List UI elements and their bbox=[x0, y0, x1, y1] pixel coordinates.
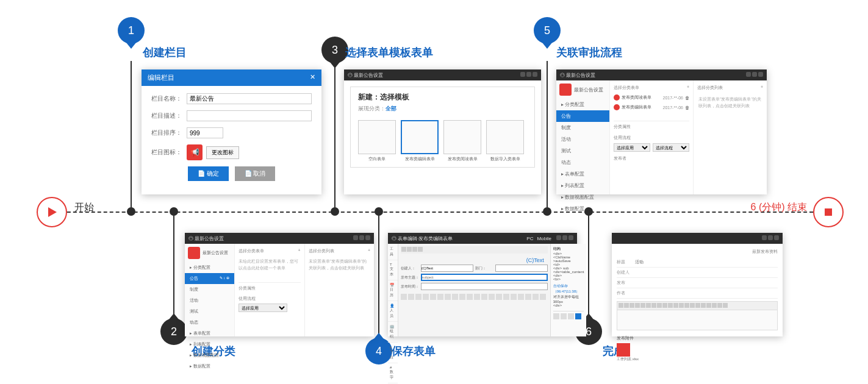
sidebar-item[interactable]: 活动 bbox=[556, 133, 609, 145]
window-controls-icon[interactable] bbox=[555, 235, 573, 241]
form-row[interactable]: 发布类阅读表单2017-**-06🗑 bbox=[614, 93, 689, 102]
tool-icon[interactable] bbox=[575, 313, 581, 319]
panel-associate-workflow: ◎ 最新公告设置 最新公告设置 ▸ 分类配置 公告 制度 活动 测试 动态 ▸ … bbox=[556, 69, 767, 194]
template-option[interactable]: 空白表单 bbox=[358, 120, 396, 162]
template-label: 发布类编辑表单 bbox=[401, 156, 439, 162]
tool-icon[interactable] bbox=[561, 313, 567, 319]
tool-icon[interactable] bbox=[553, 313, 559, 319]
tab-mobile[interactable]: Mobile bbox=[537, 236, 551, 241]
creator-input[interactable] bbox=[421, 265, 473, 272]
column-heading: 选择分类列表 bbox=[309, 248, 334, 254]
template-option[interactable]: 发布类阅读表单 bbox=[443, 120, 481, 162]
info-row: 作者 bbox=[617, 288, 778, 299]
app-select[interactable]: 选择应用 bbox=[239, 304, 287, 312]
column-desc-input[interactable] bbox=[187, 110, 312, 121]
editor-toolbar[interactable] bbox=[401, 294, 548, 300]
window-controls-icon[interactable] bbox=[745, 72, 763, 78]
svg-marker-0 bbox=[48, 207, 57, 217]
sidebar-item[interactable]: 公告 bbox=[556, 110, 609, 122]
end-marker bbox=[813, 197, 844, 227]
sidebar-section[interactable]: ▸ 数据视图配置 bbox=[556, 191, 609, 203]
sidebar-section[interactable]: ▸ 数据视图配置 bbox=[185, 350, 234, 361]
start-label: 开始 bbox=[74, 201, 94, 214]
add-icon[interactable]: + bbox=[368, 248, 370, 254]
delete-icon[interactable]: 🗑 bbox=[685, 105, 689, 110]
flow-select[interactable]: 选择流程 bbox=[653, 143, 689, 152]
template-label: 空白表单 bbox=[358, 156, 396, 162]
tool-item[interactable]: 🏢 组织 bbox=[388, 322, 398, 343]
sidebar-section[interactable]: ▸ 分类配置 bbox=[185, 262, 234, 273]
tab-pc[interactable]: PC bbox=[526, 236, 533, 241]
empty-hint[interactable]: 未给此栏目设置发布表单，您可以点击此处创建一个表单 bbox=[239, 256, 301, 274]
timeline-axis bbox=[37, 212, 831, 213]
subject-input[interactable] bbox=[421, 274, 548, 281]
date-input[interactable] bbox=[421, 283, 548, 290]
filter-value[interactable]: 全部 bbox=[386, 105, 396, 112]
window-title: 最新公告设置 bbox=[195, 236, 224, 241]
sidebar-item[interactable]: 测试 bbox=[185, 306, 234, 317]
field-label: 使用流程 bbox=[239, 294, 301, 304]
add-icon[interactable]: + bbox=[687, 85, 689, 91]
add-icon[interactable]: + bbox=[298, 248, 300, 254]
tool-item[interactable]: 工具 bbox=[388, 244, 398, 260]
empty-hint[interactable]: 未设置表单"发布类编辑表单"的关联列表，点击创建关联列表 bbox=[697, 93, 763, 113]
template-option[interactable]: 数据导入类表单 bbox=[486, 120, 524, 162]
close-icon[interactable]: ✕ bbox=[310, 73, 315, 82]
editor-toolbar[interactable] bbox=[617, 302, 777, 310]
column-name-input[interactable] bbox=[187, 93, 312, 104]
tool-item[interactable]: T 文本 bbox=[388, 260, 398, 280]
app-select[interactable]: 选择应用 bbox=[614, 143, 650, 152]
change-icon-button[interactable]: 更改图标 bbox=[206, 146, 239, 159]
ok-button[interactable]: 📄 确定 bbox=[188, 166, 229, 181]
form-canvas[interactable]: (C)Text 创建人：部门： 发布主题： 发布时间： bbox=[398, 244, 550, 336]
window-controls-icon[interactable] bbox=[761, 235, 779, 241]
brand-label: 最新公告设置 bbox=[203, 250, 228, 256]
empty-hint[interactable]: 未设置表单"发布类编辑表单"的关联列表，点击创建关联列表 bbox=[309, 256, 371, 274]
add-icon[interactable]: + bbox=[761, 85, 763, 91]
sidebar-section[interactable]: ▸ 列表配置 bbox=[185, 339, 234, 350]
sidebar-section[interactable]: ▸ 数据配置 bbox=[185, 361, 234, 372]
file-icon[interactable] bbox=[617, 343, 630, 357]
sidebar-item[interactable]: 公告✎ ↕ ⊕ bbox=[185, 273, 234, 284]
info-row: 创建人 bbox=[617, 268, 778, 278]
step-badge-2: 2 bbox=[160, 318, 187, 345]
window-title: 最新公告设置 bbox=[354, 73, 383, 78]
sidebar-item[interactable]: 动态 bbox=[185, 317, 234, 328]
sidebar-item[interactable]: 制度 bbox=[185, 284, 234, 295]
code-line: 对齐并居中每组300px bbox=[553, 294, 584, 304]
tool-item[interactable]: ▾ 下拉 bbox=[388, 343, 398, 363]
field-label: 栏目图标： bbox=[151, 148, 187, 157]
rich-text-editor[interactable] bbox=[617, 301, 778, 330]
tool-icon[interactable] bbox=[568, 313, 574, 319]
window-title: 表单编辑·发布类编辑表单 bbox=[398, 236, 453, 241]
sidebar-item[interactable]: 活动 bbox=[185, 295, 234, 306]
delete-icon[interactable]: 🗑 bbox=[685, 96, 689, 100]
dept-input[interactable] bbox=[495, 265, 548, 272]
panel-finished-form: 最新发布资料 标题活动 创建人 发布 作者 发布附件 工作列表.xlsx bbox=[612, 233, 783, 336]
template-label: 发布类阅读表单 bbox=[443, 156, 481, 162]
column-sort-input[interactable] bbox=[187, 127, 223, 138]
sidebar-item[interactable]: 制度 bbox=[556, 122, 609, 133]
tool-item[interactable]: 👤 人员 bbox=[388, 301, 398, 322]
column-heading: 选择分类表单 bbox=[239, 248, 264, 254]
sidebar-item[interactable]: 测试 bbox=[556, 145, 609, 157]
step-badge-3: 3 bbox=[321, 37, 348, 63]
sidebar-section[interactable]: ▸ 数据配置 bbox=[556, 203, 609, 215]
field-label: 栏目描述： bbox=[151, 112, 187, 120]
sidebar-section[interactable]: ▸ 分类配置 bbox=[556, 99, 609, 110]
button-label: 取消 bbox=[253, 170, 265, 177]
sidebar-section[interactable]: ▸ 表单配置 bbox=[556, 168, 609, 180]
code-line: 自动保存（06:47|11:38） bbox=[553, 283, 584, 294]
window-controls-icon[interactable] bbox=[352, 235, 370, 241]
tool-item[interactable]: 📅 日历 bbox=[388, 280, 398, 301]
tool-item[interactable]: # 数字 bbox=[388, 363, 398, 383]
sidebar-item[interactable]: 动态 bbox=[556, 157, 609, 168]
attachment-name: 工作列表.xlsx bbox=[617, 357, 778, 362]
window-controls-icon[interactable] bbox=[519, 72, 537, 78]
attachment-label: 发布附件 bbox=[617, 335, 778, 341]
template-option[interactable]: 发布类编辑表单 bbox=[401, 120, 439, 162]
sidebar-section[interactable]: ▸ 列表配置 bbox=[556, 180, 609, 191]
cancel-button[interactable]: 📄 取消 bbox=[235, 166, 276, 181]
form-row[interactable]: 发布类编辑表单2017-**-06🗑 bbox=[614, 102, 689, 112]
sidebar-section[interactable]: ▸ 表单配置 bbox=[185, 328, 234, 339]
